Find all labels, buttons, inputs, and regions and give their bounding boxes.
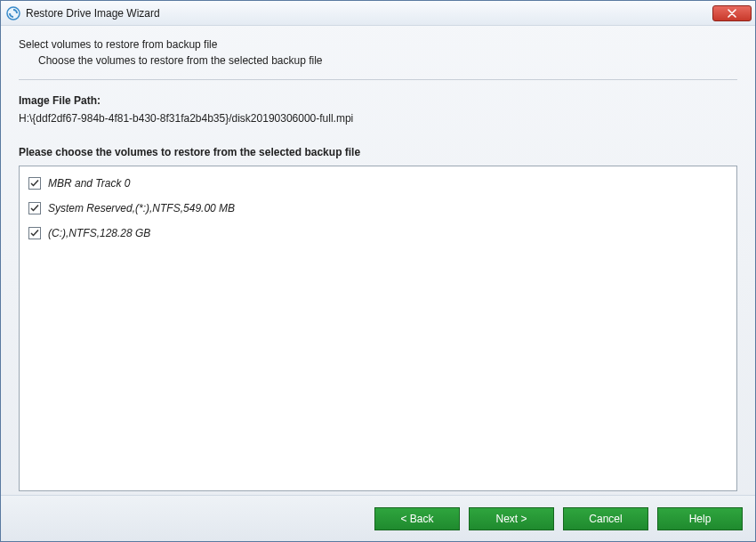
help-button[interactable]: Help	[657, 507, 743, 530]
volume-row: System Reserved,(*:),NTFS,549.00 MB	[28, 202, 728, 214]
titlebar: Restore Drive Image Wizard	[1, 1, 755, 26]
divider	[19, 79, 737, 80]
window-title: Restore Drive Image Wizard	[26, 7, 160, 20]
close-button[interactable]	[712, 5, 752, 21]
close-icon	[728, 9, 736, 18]
cancel-button[interactable]: Cancel	[563, 507, 648, 530]
check-icon	[30, 179, 39, 188]
volume-row: MBR and Track 0	[28, 177, 728, 190]
volume-checkbox[interactable]	[28, 227, 41, 239]
next-button[interactable]: Next >	[469, 507, 554, 530]
intro-title: Select volumes to restore from backup fi…	[19, 38, 737, 51]
footer: < Back Next > Cancel Help	[1, 495, 755, 541]
volume-checkbox[interactable]	[28, 177, 41, 190]
volume-label: System Reserved,(*:),NTFS,549.00 MB	[48, 202, 235, 214]
volume-label: MBR and Track 0	[48, 177, 130, 190]
volume-checkbox[interactable]	[28, 202, 41, 214]
image-path-value: H:\{ddf2df67-984b-4f81-b430-8f31fa2b4b35…	[19, 112, 737, 125]
choose-volumes-label: Please choose the volumes to restore fro…	[19, 146, 737, 158]
intro-subtitle: Choose the volumes to restore from the s…	[38, 54, 737, 67]
volumes-list: MBR and Track 0 System Reserved,(*:),NTF…	[19, 166, 737, 491]
content-area: Select volumes to restore from backup fi…	[1, 26, 755, 495]
check-icon	[30, 229, 39, 238]
image-path-label: Image File Path:	[19, 94, 737, 107]
wizard-window: Restore Drive Image Wizard Select volume…	[0, 0, 756, 542]
volume-row: (C:),NTFS,128.28 GB	[28, 227, 728, 239]
app-icon	[6, 6, 20, 20]
back-button[interactable]: < Back	[374, 507, 460, 530]
volume-label: (C:),NTFS,128.28 GB	[48, 227, 150, 239]
check-icon	[30, 204, 39, 213]
